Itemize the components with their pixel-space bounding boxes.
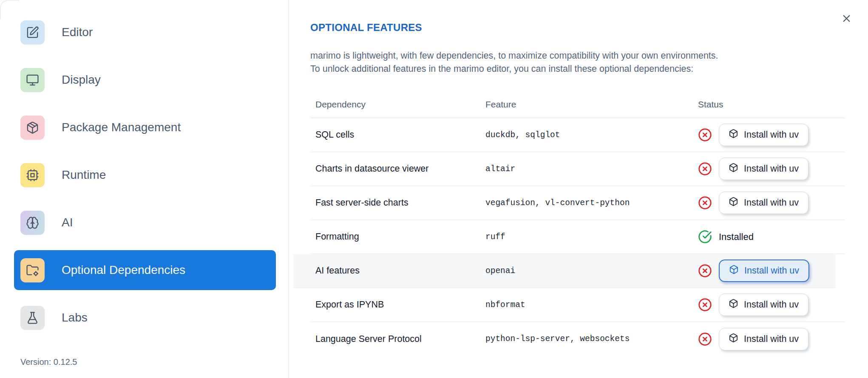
circle-check-icon [698,230,712,244]
installed-status-label: Installed [719,231,754,243]
status-cell: Install with uv [698,124,845,146]
table-header-row: Dependency Feature Status [310,91,845,118]
install-with-uv-button[interactable]: Install with uv [719,124,808,146]
box-icon [729,333,738,345]
column-header-feature: Feature [485,99,698,110]
box-icon [729,197,738,209]
version-label: Version: 0.12.5 [20,357,77,367]
sidebar-item-display[interactable]: Display [14,60,276,100]
feature-packages: duckdb, sqlglot [485,130,698,140]
box-icon [729,163,738,175]
table-row: SQL cellsduckdb, sqlglotInstall with uv [310,118,845,152]
dependencies-table: Dependency Feature Status SQL cellsduckd… [310,91,845,356]
circle-x-icon [698,128,712,142]
page-title: OPTIONAL FEATURES [310,21,845,34]
feature-packages: vegafusion, vl-convert-python [485,198,698,208]
dependency-name: AI features [315,265,485,276]
feature-packages: openai [485,266,698,276]
table-row: FormattingruffInstalled [310,220,845,254]
install-button-label: Install with uv [744,299,799,310]
table-row: Export as IPYNBnbformatInstall with uv [310,288,845,322]
optional-features-panel: OPTIONAL FEATURES marimo is lightweight,… [289,0,868,378]
dependency-name: Fast server-side charts [315,197,485,208]
circle-x-icon [698,298,712,312]
table-row: Fast server-side chartsvegafusion, vl-co… [310,186,845,220]
sidebar-item-label: Display [62,73,101,87]
sidebar-item-editor[interactable]: Editor [14,12,276,52]
sidebar-item-label: Labs [62,311,88,324]
table-row: Language Server Protocolpython-lsp-serve… [310,322,845,356]
cpu-icon [20,163,45,187]
sidebar-item-label: Package Management [62,121,181,134]
description-line-2: To unlock additional features in the mar… [310,62,845,76]
sidebar-item-package-management[interactable]: Package Management [14,107,276,147]
settings-sidebar: EditorDisplayPackage ManagementRuntimeAI… [0,0,289,378]
dependency-name: Formatting [315,231,485,242]
sidebar-item-label: AI [62,216,73,229]
install-button-label: Install with uv [744,197,799,208]
circle-x-icon [698,196,712,210]
install-with-uv-button[interactable]: Install with uv [719,293,808,316]
settings-dialog: EditorDisplayPackage ManagementRuntimeAI… [0,0,868,378]
circle-x-icon [698,264,712,278]
panel-description: marimo is lightweight, with few dependen… [310,49,845,76]
column-header-dependency: Dependency [315,99,485,110]
box-icon [729,299,738,311]
install-button-label: Install with uv [744,164,799,174]
sidebar-item-labs[interactable]: Labs [14,298,276,338]
box-icon [729,129,738,141]
square-pen-icon [20,20,45,45]
monitor-icon [20,68,45,92]
circle-x-icon [698,332,712,346]
box-icon [729,265,739,277]
description-line-1: marimo is lightweight, with few dependen… [310,49,845,62]
install-with-uv-button[interactable]: Install with uv [719,158,808,180]
status-cell: Install with uv [698,192,845,214]
status-cell: Install with uv [698,293,845,316]
column-header-status: Status [698,99,845,110]
brain-icon [20,211,45,235]
sidebar-item-label: Editor [62,25,93,39]
install-button-label: Install with uv [744,265,799,276]
install-with-uv-button[interactable]: Install with uv [719,260,809,282]
feature-packages: ruff [485,232,698,242]
sidebar-item-optional-dependencies[interactable]: Optional Dependencies [14,250,276,290]
package-icon [20,116,45,140]
install-button-label: Install with uv [744,130,799,140]
dependency-name: Charts in datasource viewer [315,164,485,174]
table-row: AI featuresopenaiInstall with uv [293,254,836,288]
sidebar-item-ai[interactable]: AI [14,203,276,243]
status-cell: Install with uv [698,260,836,282]
feature-packages: altair [485,164,698,174]
dependency-name: Language Server Protocol [315,334,485,344]
status-cell: Install with uv [698,158,845,180]
flask-icon [20,306,45,330]
sidebar-item-runtime[interactable]: Runtime [14,155,276,195]
sidebar-item-label: Runtime [62,168,106,182]
feature-packages: python-lsp-server, websockets [485,334,698,344]
install-with-uv-button[interactable]: Install with uv [719,328,808,350]
table-row: Charts in datasource vieweraltairInstall… [310,152,845,186]
feature-packages: nbformat [485,300,698,310]
sidebar-item-label: Optional Dependencies [62,263,185,277]
status-cell: Installed [698,230,845,244]
circle-x-icon [698,162,712,176]
install-with-uv-button[interactable]: Install with uv [719,192,808,214]
status-cell: Install with uv [698,328,845,350]
dependency-name: Export as IPYNB [315,299,485,310]
folder-cog-icon [20,258,45,282]
install-button-label: Install with uv [744,334,799,344]
dependency-name: SQL cells [315,130,485,140]
